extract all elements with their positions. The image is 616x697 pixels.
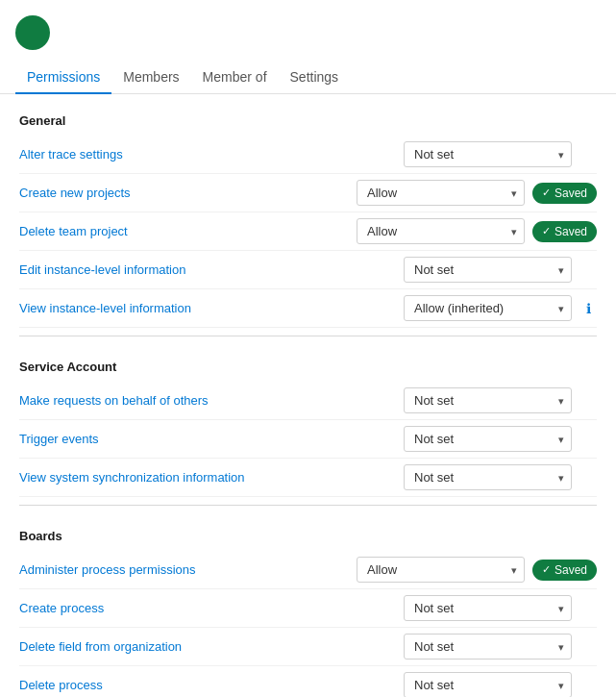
permission-row: View instance-level informationNot setAl… xyxy=(19,289,597,328)
permission-label-make-requests[interactable]: Make requests on behalf of others xyxy=(19,393,396,408)
check-icon: ✓ xyxy=(542,187,551,199)
permission-select-wrapper-edit-instance: Not setAllowDenyAllow (inherited)Deny (i… xyxy=(404,257,572,283)
permission-select-wrapper-create-projects: Not setAllowDenyAllow (inherited)Deny (i… xyxy=(357,180,525,206)
permission-select-wrapper-delete-team-project: Not setAllowDenyAllow (inherited)Deny (i… xyxy=(357,218,525,244)
permission-select-make-requests[interactable]: Not setAllowDenyAllow (inherited)Deny (i… xyxy=(404,387,572,413)
saved-badge: ✓Saved xyxy=(532,221,597,242)
section-boards: BoardsAdminister process permissionsNot … xyxy=(19,525,597,697)
permission-label-view-sync[interactable]: View system synchronization information xyxy=(19,470,396,485)
tab-settings[interactable]: Settings xyxy=(279,62,351,94)
permission-label-delete-team-project[interactable]: Delete team project xyxy=(19,224,349,238)
permission-select-delete-team-project[interactable]: Not setAllowDenyAllow (inherited)Deny (i… xyxy=(357,218,525,244)
permission-select-view-sync[interactable]: Not setAllowDenyAllow (inherited)Deny (i… xyxy=(404,464,572,490)
section-divider xyxy=(19,505,597,506)
permission-row: Delete field from organizationNot setAll… xyxy=(19,628,597,666)
permission-row: Administer process permissionsNot setAll… xyxy=(19,551,597,589)
permission-row: Delete team projectNot setAllowDenyAllow… xyxy=(19,212,597,251)
permission-select-wrapper-view-sync: Not setAllowDenyAllow (inherited)Deny (i… xyxy=(404,464,572,490)
permission-select-wrapper-alter-trace: Not setAllowDenyAllow (inherited)Deny (i… xyxy=(404,141,572,167)
permission-select-delete-process[interactable]: Not setAllowDenyAllow (inherited)Deny (i… xyxy=(404,672,572,697)
tab-member-of[interactable]: Member of xyxy=(191,62,279,94)
permission-select-wrapper-view-instance: Not setAllowDenyAllow (inherited)Deny (i… xyxy=(404,295,572,321)
permission-label-trigger-events[interactable]: Trigger events xyxy=(19,432,396,446)
permission-row: Alter trace settingsNot setAllowDenyAllo… xyxy=(19,136,597,174)
permission-select-administer-process[interactable]: Not setAllowDenyAllow (inherited)Deny (i… xyxy=(357,557,525,583)
permission-select-view-instance[interactable]: Not setAllowDenyAllow (inherited)Deny (i… xyxy=(404,295,572,321)
permission-label-alter-trace[interactable]: Alter trace settings xyxy=(19,147,396,162)
permission-select-wrapper-delete-field: Not setAllowDenyAllow (inherited)Deny (i… xyxy=(404,634,572,660)
tab-members[interactable]: Members xyxy=(111,62,190,94)
permission-select-wrapper-administer-process: Not setAllowDenyAllow (inherited)Deny (i… xyxy=(357,557,525,583)
section-title-service-account: Service Account xyxy=(19,356,597,374)
permission-select-wrapper-make-requests: Not setAllowDenyAllow (inherited)Deny (i… xyxy=(404,387,572,413)
permission-label-edit-instance[interactable]: Edit instance-level information xyxy=(19,262,396,277)
permission-label-administer-process[interactable]: Administer process permissions xyxy=(19,562,349,577)
main-content: GeneralAlter trace settingsNot setAllowD… xyxy=(0,94,616,697)
permission-row: Trigger eventsNot setAllowDenyAllow (inh… xyxy=(19,420,597,459)
tab-permissions[interactable]: Permissions xyxy=(15,62,111,94)
permission-select-wrapper-trigger-events: Not setAllowDenyAllow (inherited)Deny (i… xyxy=(404,426,572,452)
permission-select-wrapper-create-process: Not setAllowDenyAllow (inherited)Deny (i… xyxy=(404,595,572,621)
permission-select-delete-field[interactable]: Not setAllowDenyAllow (inherited)Deny (i… xyxy=(404,634,572,660)
check-icon: ✓ xyxy=(542,563,551,576)
navigation-tabs: PermissionsMembersMember ofSettings xyxy=(0,62,616,94)
permission-row: Delete processNot setAllowDenyAllow (inh… xyxy=(19,666,597,697)
permission-label-delete-field[interactable]: Delete field from organization xyxy=(19,639,396,654)
section-title-general: General xyxy=(19,110,597,128)
check-icon: ✓ xyxy=(542,225,551,237)
permission-label-view-instance[interactable]: View instance-level information xyxy=(19,301,396,315)
info-icon[interactable]: ℹ xyxy=(579,301,597,316)
permission-select-edit-instance[interactable]: Not setAllowDenyAllow (inherited)Deny (i… xyxy=(404,257,572,283)
permission-row: Create processNot setAllowDenyAllow (inh… xyxy=(19,589,597,628)
permission-label-create-projects[interactable]: Create new projects xyxy=(19,186,349,200)
permission-select-trigger-events[interactable]: Not setAllowDenyAllow (inherited)Deny (i… xyxy=(404,426,572,452)
avatar xyxy=(15,15,50,50)
page-header xyxy=(0,0,616,62)
saved-badge: ✓Saved xyxy=(532,560,597,581)
permission-row: Create new projectsNot setAllowDenyAllow… xyxy=(19,174,597,212)
permission-select-create-process[interactable]: Not setAllowDenyAllow (inherited)Deny (i… xyxy=(404,595,572,621)
section-divider xyxy=(19,336,597,336)
permission-row: Make requests on behalf of othersNot set… xyxy=(19,382,597,420)
saved-badge: ✓Saved xyxy=(532,183,597,204)
section-general: GeneralAlter trace settingsNot setAllowD… xyxy=(19,110,597,336)
section-service-account: Service AccountMake requests on behalf o… xyxy=(19,356,597,506)
permission-select-alter-trace[interactable]: Not setAllowDenyAllow (inherited)Deny (i… xyxy=(404,141,572,167)
permission-row: Edit instance-level informationNot setAl… xyxy=(19,251,597,289)
section-title-boards: Boards xyxy=(19,525,597,543)
permission-label-create-process[interactable]: Create process xyxy=(19,601,396,615)
permission-row: View system synchronization informationN… xyxy=(19,459,597,497)
permission-select-create-projects[interactable]: Not setAllowDenyAllow (inherited)Deny (i… xyxy=(357,180,525,206)
permission-label-delete-process[interactable]: Delete process xyxy=(19,678,396,692)
permission-select-wrapper-delete-process: Not setAllowDenyAllow (inherited)Deny (i… xyxy=(404,672,572,697)
